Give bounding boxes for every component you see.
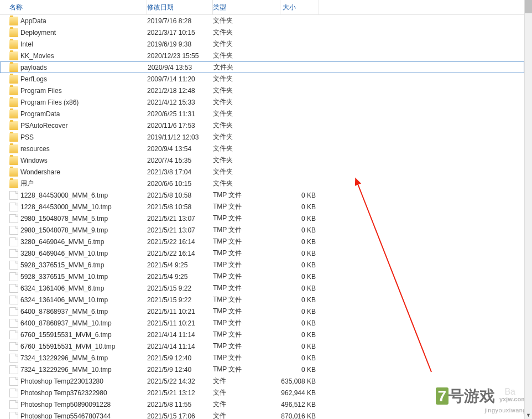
file-row[interactable]: 1228_84453000_MVM_10.tmp2021/5/8 10:58TM… <box>0 201 524 213</box>
header-size[interactable]: 大小 <box>280 0 319 14</box>
file-size: 0 KB <box>280 296 319 304</box>
file-row[interactable]: AppData2019/7/16 8:28文件夹 <box>0 15 524 27</box>
file-date: 2021/5/11 10:21 <box>147 319 213 327</box>
file-icon <box>9 400 18 409</box>
file-row[interactable]: Intel2019/6/19 9:38文件夹 <box>0 38 524 50</box>
file-type: 文件夹 <box>213 132 280 142</box>
file-size: 0 KB <box>280 366 319 374</box>
file-icon <box>9 226 18 235</box>
file-date: 2021/5/8 10:58 <box>147 203 213 211</box>
file-date: 2021/2/18 12:48 <box>147 87 213 95</box>
file-row[interactable]: 6324_1361406_MVM_6.tmp2021/5/15 9:22TMP … <box>0 282 524 294</box>
file-row[interactable]: resources2020/9/4 13:54文件夹 <box>0 143 524 154</box>
file-icon <box>9 284 18 293</box>
file-name: 2980_15048078_MVM_5.tmp <box>20 215 108 223</box>
file-row[interactable]: Wondershare2021/3/8 17:04文件夹 <box>0 166 524 178</box>
file-row[interactable]: 6400_87868937_MVM_6.tmp2021/5/11 10:21TM… <box>0 306 524 317</box>
file-name: 6324_1361406_MVM_10.tmp <box>20 296 108 304</box>
file-icon <box>9 237 18 246</box>
file-list[interactable]: 名称 修改日期 类型 大小 AppData2019/7/16 8:28文件夹De… <box>0 0 524 419</box>
file-row[interactable]: Photoshop Temp508900912282021/5/8 11:55文… <box>0 399 524 410</box>
folder-icon <box>9 179 18 188</box>
folder-icon <box>9 156 18 165</box>
file-name: 6400_87868937_MVM_6.tmp <box>20 308 108 315</box>
file-date: 2020/6/6 10:15 <box>147 180 213 188</box>
folder-icon <box>9 17 18 25</box>
file-type: TMP 文件 <box>213 283 280 293</box>
file-row[interactable]: PSS2019/11/12 12:03文件夹 <box>0 131 524 143</box>
file-row[interactable]: KK_Movies2020/12/23 15:55文件夹 <box>0 50 524 61</box>
file-icon <box>9 272 18 281</box>
file-row[interactable]: 5928_3376515_MVM_10.tmp2021/5/4 9:25TMP … <box>0 271 524 282</box>
file-type: 文件夹 <box>213 86 280 95</box>
file-date: 2020/6/25 11:31 <box>147 110 213 118</box>
file-type: TMP 文件 <box>213 260 280 270</box>
file-row[interactable]: 6760_155915531_MVM_10.tmp2021/4/14 11:14… <box>0 340 524 352</box>
file-row[interactable]: payloads2020/9/4 13:53文件夹 <box>0 61 524 73</box>
file-row[interactable]: Photoshop Temp37623229802021/5/21 13:12文… <box>0 387 524 399</box>
file-row[interactable]: 6324_1361406_MVM_10.tmp2021/5/15 9:22TMP… <box>0 294 524 306</box>
file-size: 0 KB <box>280 331 319 339</box>
file-name: Program Files (x86) <box>20 99 79 106</box>
file-row[interactable]: Deployment2021/3/17 10:15文件夹 <box>0 27 524 38</box>
file-name: Wondershare <box>20 168 60 176</box>
file-row[interactable]: PerfLogs2009/7/14 11:20文件夹 <box>0 73 524 85</box>
file-type: TMP 文件 <box>213 295 280 304</box>
file-name: KK_Movies <box>20 52 54 60</box>
file-date: 2020/7/4 15:35 <box>147 157 213 164</box>
file-type: TMP 文件 <box>213 353 280 363</box>
file-date: 2021/5/9 12:40 <box>147 354 213 362</box>
folder-icon <box>9 51 18 60</box>
file-row[interactable]: 3280_6469046_MVM_6.tmp2021/5/22 16:14TMP… <box>0 236 524 247</box>
file-row[interactable]: 用户2020/6/6 10:15文件夹 <box>0 178 524 189</box>
file-row[interactable]: Photoshop Temp554678073442021/5/15 17:06… <box>0 410 524 419</box>
folder-icon <box>9 75 18 84</box>
folder-icon <box>9 40 18 49</box>
file-row[interactable]: PSAutoRecover2020/11/6 17:53文件夹 <box>0 120 524 131</box>
file-row[interactable]: ProgramData2020/6/25 11:31文件夹 <box>0 108 524 120</box>
file-row[interactable]: 5928_3376515_MVM_6.tmp2021/5/4 9:25TMP 文… <box>0 259 524 271</box>
file-date: 2021/5/11 10:21 <box>147 308 213 315</box>
file-size: 0 KB <box>280 226 319 234</box>
file-type: 文件夹 <box>213 121 280 130</box>
file-icon <box>9 307 18 316</box>
file-row[interactable]: 1228_84453000_MVM_6.tmp2021/5/8 10:58TMP… <box>0 189 524 201</box>
file-name: ProgramData <box>20 110 60 118</box>
file-name: 7324_13229296_MVM_6.tmp <box>20 354 108 362</box>
file-row[interactable]: 6400_87868937_MVM_10.tmp2021/5/11 10:21T… <box>0 317 524 329</box>
file-row[interactable]: 2980_15048078_MVM_5.tmp2021/5/21 13:07TM… <box>0 213 524 224</box>
file-row[interactable]: Photoshop Temp2230132802021/5/22 14:32文件… <box>0 375 524 387</box>
file-size: 962,944 KB <box>280 389 319 397</box>
folder-icon <box>9 98 18 107</box>
file-type: 文件夹 <box>213 28 280 37</box>
file-row[interactable]: 6760_155915531_MVM_6.tmp2021/4/14 11:14T… <box>0 329 524 340</box>
scrollbar-thumb[interactable] <box>525 0 532 13</box>
file-row[interactable]: Program Files2021/2/18 12:48文件夹 <box>0 85 524 96</box>
file-type: 文件夹 <box>213 74 280 84</box>
file-row[interactable]: 3280_6469046_MVM_10.tmp2021/5/22 16:14TM… <box>0 247 524 259</box>
file-row[interactable]: 7324_13229296_MVM_10.tmp2021/5/9 12:40TM… <box>0 364 524 375</box>
scroll-down-icon[interactable]: ▼ <box>525 411 532 419</box>
file-type: 文件夹 <box>213 156 280 165</box>
outer-scrollbar[interactable]: ▲ ▼ <box>524 0 532 419</box>
file-row[interactable]: 2980_15048078_MVM_9.tmp2021/5/21 13:07TM… <box>0 224 524 236</box>
file-name: 2980_15048078_MVM_9.tmp <box>20 226 108 234</box>
file-type: TMP 文件 <box>213 249 280 258</box>
header-type[interactable]: 类型 <box>213 0 280 14</box>
header-date[interactable]: 修改日期 <box>147 0 213 14</box>
file-date: 2021/5/4 9:25 <box>147 273 213 281</box>
file-size: 0 KB <box>280 238 319 246</box>
file-name: Photoshop Temp50890091228 <box>20 401 111 408</box>
file-icon <box>9 365 18 374</box>
folder-icon <box>9 144 18 153</box>
file-row[interactable]: Windows2020/7/4 15:35文件夹 <box>0 154 524 166</box>
header-name[interactable]: 名称 <box>0 0 147 14</box>
file-date: 2021/5/15 17:06 <box>147 412 213 420</box>
file-row[interactable]: Program Files (x86)2021/4/12 15:33文件夹 <box>0 96 524 108</box>
file-icon <box>9 377 18 386</box>
file-icon <box>9 389 18 397</box>
file-row[interactable]: 7324_13229296_MVM_6.tmp2021/5/9 12:40TMP… <box>0 352 524 364</box>
file-type: 文件夹 <box>213 39 280 49</box>
file-date: 2021/4/12 15:33 <box>147 99 213 106</box>
file-name: Photoshop Temp55467807344 <box>20 412 111 420</box>
